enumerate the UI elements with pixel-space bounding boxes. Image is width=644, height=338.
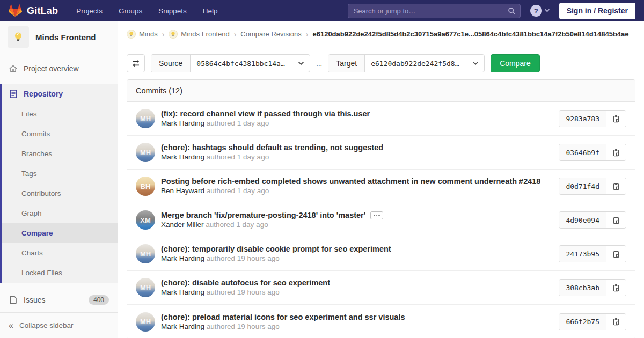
commit-row: MH (chore): temporarily disable cookie p… [127,237,635,271]
lightbulb-icon [128,31,134,37]
commit-title-link[interactable]: (chore): preload material icons for seo … [161,313,405,321]
clipboard-copy-icon [612,284,620,292]
clipboard-copy-icon [612,250,620,258]
breadcrumb-item[interactable]: Minds [127,30,158,39]
navbar-link[interactable]: Snippets [158,7,187,15]
sidebar-repo-item[interactable]: Branches [2,144,118,164]
breadcrumb-separator: › [162,30,165,39]
commit-sha-link[interactable]: 03646b9f [559,144,606,160]
commit-sha-badge: 9283a783 [559,110,626,127]
commit-description-toggle[interactable] [370,211,383,219]
commit-text: Posting before rich-embed completed show… [161,177,553,195]
breadcrumb-item[interactable]: Compare Revisions [240,30,301,38]
source-group: Source 05864c4bfc4381bbc14a… [151,54,310,72]
collapse-sidebar-button[interactable]: « Collapse sidebar [0,312,118,338]
chevron-down-icon [545,9,550,12]
author-avatar: BH [136,177,155,196]
sign-in-register-button[interactable]: Sign in / Register [559,3,635,19]
navbar-link[interactable]: Projects [76,7,103,15]
commit-sha-link[interactable]: 666f2b75 [559,314,606,330]
lightbulb-icon [170,31,176,37]
sidebar-repo-item[interactable]: Locked Files [2,263,118,283]
commit-sha-badge: 03646b9f [559,144,626,161]
commit-authored-time: authored 1 day ago [207,187,269,195]
sidebar-item-repository[interactable]: Repository [2,84,118,104]
commit-title-link[interactable]: (fix): record channel view if passed thr… [161,109,370,118]
commit-author-link[interactable]: Mark Harding [161,254,204,262]
compare-form: Source 05864c4bfc4381bbc14a… ... Target … [127,54,635,72]
navbar-link[interactable]: Groups [119,7,142,15]
source-ref-dropdown[interactable]: 05864c4bfc4381bbc14a… [191,55,310,72]
sidebar-item-issues[interactable]: Issues 400 [0,289,118,311]
lightbulb-icon [12,31,24,43]
ellipsis-icon [374,215,375,216]
commit-title-link[interactable]: Merge branch 'fix/premature-posting-2418… [161,211,365,219]
breadcrumb-item-label: Minds Frontend [181,30,229,38]
commit-text: (chore): disable autofocus for seo exper… [161,278,553,297]
commit-sha-link[interactable]: 308cb3ab [559,280,606,296]
gitlab-logo[interactable]: GitLab [9,4,58,17]
author-avatar: MH [136,143,155,162]
help-menu[interactable]: ? [530,5,550,17]
commit-title-link[interactable]: (chore): hashtags should default as tren… [161,143,383,152]
project-context-header[interactable]: Minds Frontend [0,21,118,53]
commit-title-link[interactable]: (chore): temporarily disable cookie prom… [161,245,391,253]
commit-sha-badge: 666f2b75 [559,313,626,330]
copy-sha-button[interactable] [606,111,626,127]
copy-sha-button[interactable] [606,280,626,296]
commit-sha-link[interactable]: d0d71f4d [559,178,606,194]
copy-sha-button[interactable] [606,178,626,194]
breadcrumb-current: e6120dab922de242f5d85d4b2c30715a9a677c1e… [312,30,628,38]
commit-author-link[interactable]: Mark Harding [161,322,204,330]
commit-text: (chore): temporarily disable cookie prom… [161,245,553,263]
sidebar-repo-item[interactable]: Contributors [2,183,118,203]
commit-sha-badge: 24173b95 [559,245,626,262]
commit-author-link[interactable]: Mark Harding [161,153,204,161]
search-icon [508,7,516,15]
commit-authored-time: authored 19 hours ago [207,322,280,330]
commit-title-link[interactable]: Posting before rich-embed completed show… [161,177,540,186]
commit-sha-link[interactable]: 9283a783 [559,111,606,127]
main-content: Minds › Minds Frontend › Compare Revisio… [118,21,644,338]
commit-author-link[interactable]: Ben Hayward [161,187,204,195]
copy-sha-button[interactable] [606,314,626,330]
commit-author-link[interactable]: Mark Harding [161,288,204,296]
copy-sha-button[interactable] [606,144,626,160]
target-ref-dropdown[interactable]: e6120dab922de242f5d8… [365,55,484,72]
commit-sha-link[interactable]: 4d90e094 [559,212,606,228]
breadcrumb-item-label: Compare Revisions [240,30,301,38]
swap-revisions-button[interactable] [127,54,145,72]
sidebar-repo-item[interactable]: Graph [2,203,118,223]
gitlab-tanuki-icon [9,4,22,17]
sidebar-repo-item[interactable]: Compare [2,223,118,243]
project-title: Minds Frontend [35,33,96,42]
commit-author-link[interactable]: Xander Miller [161,221,204,229]
sidebar-repo-item[interactable]: Files [2,104,118,124]
navbar-link[interactable]: Help [203,7,218,15]
commit-sha-link[interactable]: 24173b95 [559,246,606,262]
search-input[interactable] [348,4,521,18]
commits-panel: Commits (12) MH (fix): record channel vi… [127,79,635,338]
swap-arrows-icon [131,59,140,68]
copy-sha-button[interactable] [606,212,626,228]
sidebar-repo-item[interactable]: Charts [2,243,118,263]
sidebar-repo-item[interactable]: Commits [2,124,118,144]
sidebar-item-label: Project overview [24,64,79,73]
commit-title-link[interactable]: (chore): disable autofocus for seo exper… [161,278,330,287]
double-chevron-left-icon: « [9,321,13,330]
clipboard-copy-icon [612,115,620,123]
sidebar-repo-item[interactable]: Tags [2,164,118,183]
copy-sha-button[interactable] [606,246,626,262]
commit-author-link[interactable]: Mark Harding [161,119,204,127]
sidebar-item-project-overview[interactable]: Project overview [0,58,118,79]
breadcrumb-item-label: Minds [139,30,158,38]
breadcrumb-separator: › [234,30,237,39]
commit-row: MH (fix): record channel view if passed … [127,102,635,136]
source-ref-value: 05864c4bfc4381bbc14a… [196,60,284,68]
compare-button[interactable]: Compare [491,54,540,72]
breadcrumb: Minds › Minds Frontend › Compare Revisio… [118,21,644,47]
breadcrumb-item[interactable]: Minds Frontend [169,30,229,39]
brand-name: GitLab [27,5,58,17]
clipboard-copy-icon [612,149,620,157]
author-avatar: MH [136,109,155,128]
